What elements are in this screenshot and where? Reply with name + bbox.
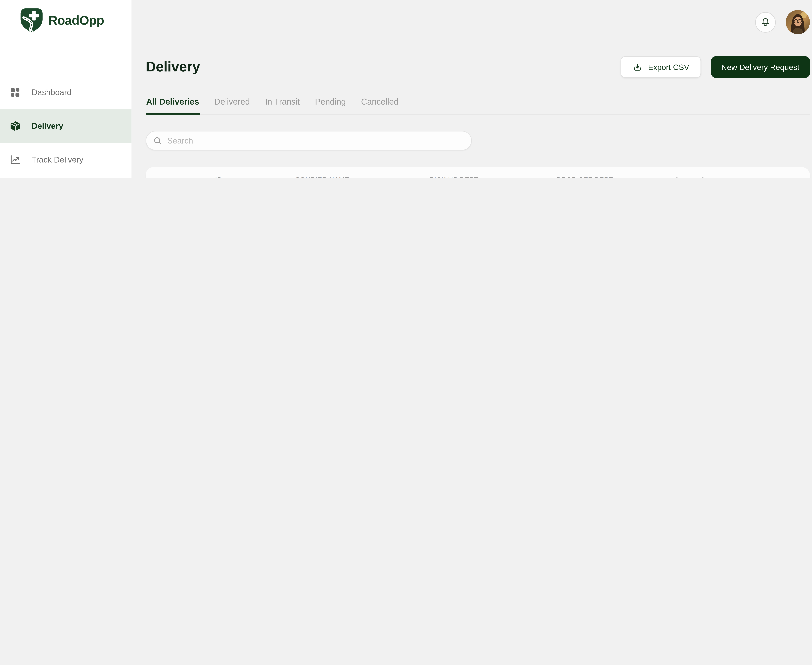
notifications-button[interactable] (755, 12, 776, 32)
sidebar: RoadOpp Dashboard Delivery Track Deliver… (0, 0, 131, 178)
delivery-tabs: All DeliveriesDeliveredIn TransitPending… (146, 93, 810, 115)
export-csv-label: Export CSV (648, 62, 689, 71)
column-header-status: STATUS (661, 175, 771, 178)
page-header: Delivery Export CSV New Delivery Request (146, 56, 810, 78)
column-header-id: ID (202, 176, 282, 178)
new-delivery-request-label: New Delivery Request (722, 62, 799, 71)
dashboard-grid-icon (10, 87, 21, 98)
page-title: Delivery (146, 59, 200, 75)
header-actions: Export CSV New Delivery Request (621, 56, 810, 78)
sidebar-item-delivery[interactable]: Delivery (0, 110, 131, 143)
topbar (146, 0, 810, 35)
brand-name: RoadOpp (48, 13, 104, 28)
brand-shield-icon (20, 7, 43, 34)
app-window: RoadOpp Dashboard Delivery Track Deliver… (0, 0, 812, 178)
chart-line-icon (10, 154, 21, 165)
table-header-row: ID COURIER NAME PICK UP DEPT DROP OFF DE… (146, 167, 810, 178)
tab-in-transit[interactable]: In Transit (264, 93, 300, 114)
search-box (146, 131, 472, 150)
bell-icon (760, 16, 771, 28)
main-content: Delivery Export CSV New Delivery Request… (131, 0, 812, 178)
download-icon (632, 62, 643, 72)
sidebar-item-track-delivery[interactable]: Track Delivery (0, 143, 131, 177)
column-header-pickup-dept: PICK UP DEPT (417, 176, 543, 178)
search-input[interactable] (167, 136, 464, 145)
new-delivery-request-button[interactable]: New Delivery Request (711, 56, 810, 78)
sidebar-item-dashboard[interactable]: Dashboard (0, 76, 131, 109)
tab-delivered[interactable]: Delivered (214, 93, 250, 114)
sidebar-item-label: Track Delivery (31, 155, 83, 164)
brand-logo: RoadOpp (0, 0, 131, 34)
sidebar-item-label: Delivery (31, 121, 63, 131)
tab-all-deliveries[interactable]: All Deliveries (146, 93, 200, 114)
sidebar-nav: Dashboard Delivery Track Delivery Settin… (0, 76, 131, 178)
export-csv-button[interactable]: Export CSV (621, 56, 701, 78)
user-avatar[interactable] (786, 10, 810, 34)
package-icon (10, 120, 21, 132)
column-header-dropoff-dept: DROP OFF DEPT (543, 176, 661, 178)
sidebar-item-settings[interactable]: Settings (0, 177, 131, 178)
tab-pending[interactable]: Pending (314, 93, 346, 114)
column-header-courier-name: COURIER NAME (282, 176, 417, 178)
sidebar-item-label: Dashboard (31, 88, 71, 97)
tab-cancelled[interactable]: Cancelled (361, 93, 399, 114)
search-icon (153, 136, 162, 145)
deliveries-table: ID COURIER NAME PICK UP DEPT DROP OFF DE… (146, 167, 810, 178)
